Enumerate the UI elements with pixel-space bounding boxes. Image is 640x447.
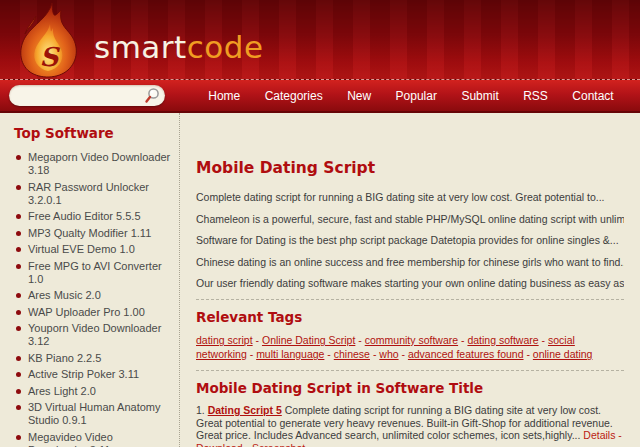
bullet-icon — [16, 231, 21, 236]
page: S smartcode HomeCategoriesNewPopularSubm… — [0, 0, 640, 447]
software-list-item-label: Free Audio Editor 5.5.5 — [28, 210, 141, 223]
nav-link[interactable]: Home — [208, 89, 240, 103]
description-list: Complete dating script for running a BIG… — [196, 191, 624, 290]
software-list-item-label: Megaporn Video Downloader 3.18 — [28, 151, 173, 177]
bullet-icon — [16, 264, 21, 269]
tag-link[interactable]: Online Dating Script — [262, 334, 355, 346]
software-listing: 1. Dating Script 5 Complete dating scrip… — [196, 404, 624, 447]
bullet-icon — [16, 214, 21, 219]
bullet-icon — [16, 185, 21, 190]
tag-link[interactable]: dating software — [467, 334, 538, 346]
tag-separator: - — [247, 348, 256, 360]
tag-separator: - — [539, 334, 548, 346]
action-separator: - — [615, 429, 621, 441]
nav-link[interactable]: Submit — [461, 89, 498, 103]
software-list-item[interactable]: Active Strip Poker 3.11 — [14, 368, 173, 381]
software-list-item[interactable]: KB Piano 2.2.5 — [14, 352, 173, 365]
software-list-item-label: Virtual EVE Demo 1.0 — [28, 243, 135, 256]
top-software-title: Top Software — [14, 125, 173, 141]
brand-part-smart: smart — [94, 29, 187, 65]
top-software-list: Megaporn Video Downloader 3.18 RAR Passw… — [14, 151, 173, 447]
software-list-item[interactable]: Ares Music 2.0 — [14, 289, 173, 302]
software-list-item-label: Free MPG to AVI Converter 1.0 — [28, 260, 173, 286]
bullet-icon — [16, 372, 21, 377]
bullet-icon — [16, 155, 21, 160]
software-list-item-label: KB Piano 2.2.5 — [28, 352, 101, 365]
software-list-item[interactable]: Free MPG to AVI Converter 1.0 — [14, 260, 173, 286]
software-list-item[interactable]: Ares Light 2.0 — [14, 385, 173, 398]
relevant-tags-title: Relevant Tags — [196, 309, 624, 325]
software-list-item-label: MP3 Qualty Modifier 1.11 — [28, 227, 151, 240]
tag-link[interactable]: multi language — [256, 348, 324, 360]
bullet-icon — [16, 326, 21, 331]
software-list-item[interactable]: WAP Uploader Pro 1.00 — [14, 306, 173, 319]
tag-separator: - — [399, 348, 408, 360]
software-list-item[interactable]: MP3 Qualty Modifier 1.11 — [14, 227, 173, 240]
software-list-item-label: Ares Music 2.0 — [28, 289, 101, 302]
relevant-tags: dating script - Online Dating Script - c… — [196, 333, 624, 361]
tag-link[interactable]: who — [379, 348, 398, 360]
tag-link[interactable]: advanced features found — [408, 348, 524, 360]
search-area — [0, 85, 182, 106]
listing-action-link[interactable]: Screenshot — [252, 442, 305, 447]
svg-text:S: S — [40, 42, 61, 72]
logo[interactable]: S smartcode — [6, 2, 264, 78]
software-list-item[interactable]: Youporn Video Downloader 3.12 — [14, 322, 173, 348]
software-list-item-label: Ares Light 2.0 — [28, 385, 96, 398]
listing-name-link[interactable]: Dating Script 5 — [208, 404, 282, 416]
software-list-item-label: WAP Uploader Pro 1.00 — [28, 306, 145, 319]
nav-link[interactable]: Popular — [396, 89, 437, 103]
action-separator: - — [243, 442, 252, 447]
nav-link[interactable]: RSS — [523, 89, 548, 103]
tag-separator: - — [324, 348, 333, 360]
bullet-icon — [16, 356, 21, 361]
tag-link[interactable]: dating script — [196, 334, 253, 346]
brand-name: smartcode — [94, 29, 264, 65]
description-line[interactable]: Software for Dating is the best php scri… — [196, 234, 624, 247]
tag-separator: - — [355, 334, 364, 346]
software-list-item-label: Youporn Video Downloader 3.12 — [28, 322, 173, 348]
nav-link[interactable]: Contact — [572, 89, 613, 103]
bullet-icon — [16, 293, 21, 298]
software-list-item-label: RAR Password Unlocker 3.2.0.1 — [28, 181, 173, 207]
tag-separator: - — [524, 348, 533, 360]
software-list-item[interactable]: Virtual EVE Demo 1.0 — [14, 243, 173, 256]
software-list-item[interactable]: Free Audio Editor 5.5.5 — [14, 210, 173, 223]
description-line[interactable]: Our user friendly dating software makes … — [196, 277, 624, 290]
bullet-icon — [16, 435, 21, 440]
divider — [196, 299, 624, 300]
software-list-item-label: 3D Virtual Human Anatomy Studio 0.9.1 — [28, 401, 173, 427]
software-list-item-label: Megavideo Video Downloader 3.11 — [28, 431, 173, 447]
description-line[interactable]: Chameleon is a powerful, secure, fast an… — [196, 213, 624, 226]
divider — [196, 370, 624, 371]
main-content: Mobile Dating Script Complete dating scr… — [180, 113, 640, 447]
search-icon[interactable] — [143, 87, 161, 105]
software-list-item[interactable]: Megavideo Video Downloader 3.11 — [14, 431, 173, 447]
page-title: Mobile Dating Script — [196, 159, 624, 177]
listing-action-link[interactable]: Download — [196, 442, 243, 447]
bullet-icon — [16, 310, 21, 315]
software-list-item[interactable]: Megaporn Video Downloader 3.18 — [14, 151, 173, 177]
description-line[interactable]: Chinese dating is an online success and … — [196, 256, 624, 269]
search-input[interactable] — [9, 90, 143, 102]
software-list-item[interactable]: RAR Password Unlocker 3.2.0.1 — [14, 181, 173, 207]
tag-link[interactable]: chinese — [334, 348, 370, 360]
software-list-item[interactable]: 3D Virtual Human Anatomy Studio 0.9.1 — [14, 401, 173, 427]
nav-link[interactable]: New — [347, 89, 371, 103]
description-line[interactable]: Complete dating script for running a BIG… — [196, 191, 624, 204]
bullet-icon — [16, 389, 21, 394]
tag-link[interactable]: community software — [365, 334, 458, 346]
bullet-icon — [16, 247, 21, 252]
software-list-item-label: Active Strip Poker 3.11 — [28, 368, 139, 381]
brand-part-code: code — [187, 29, 264, 65]
nav-link[interactable]: Categories — [265, 89, 323, 103]
header: S smartcode — [0, 0, 640, 80]
tag-separator: - — [370, 348, 379, 360]
tag-link[interactable]: online dating — [533, 348, 593, 360]
listing-action-link[interactable]: Details — [583, 429, 615, 441]
listing-number: 1. — [196, 404, 205, 416]
content: Top Software Megaporn Video Downloader 3… — [0, 113, 640, 447]
bullet-icon — [16, 405, 21, 410]
tag-separator: - — [253, 334, 262, 346]
software-title-section-title: Mobile Dating Script in Software Title — [196, 380, 624, 396]
